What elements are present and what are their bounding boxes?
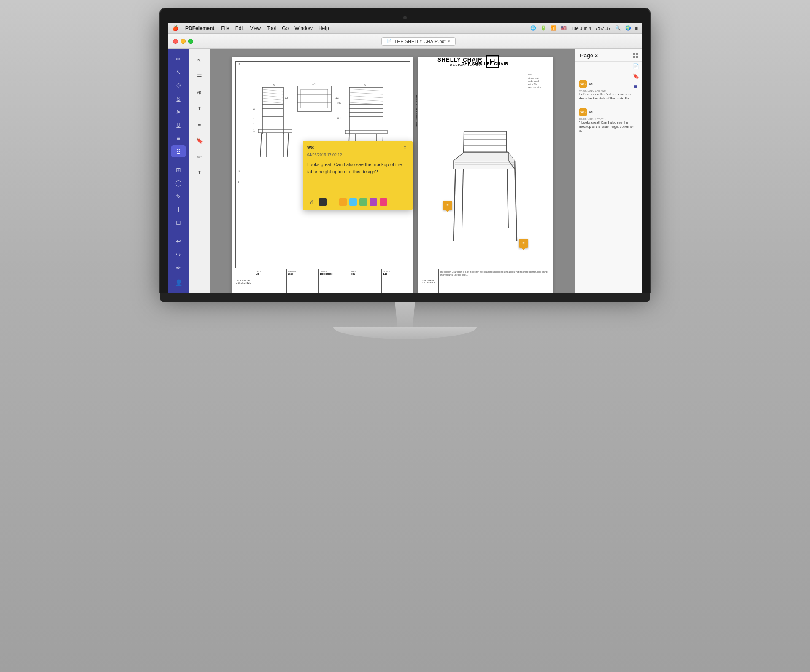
markup-icon <box>175 148 182 155</box>
camera-dot <box>403 16 407 19</box>
menu-view[interactable]: View <box>250 25 261 31</box>
svg-rect-43 <box>297 86 331 111</box>
redo-tool[interactable]: ↪ <box>171 249 186 260</box>
left-toolbar: ✏ ↖ ◎ S ➤ U ≡ ⊞ ◯ <box>168 49 189 293</box>
sticky-date: 04/06/2019 17:02:12 <box>303 153 413 159</box>
footer-size: SIZE A1 <box>255 269 287 293</box>
user-tool[interactable]: 👤 <box>171 277 186 288</box>
menubar-items: File Edit View Tool Go Window Help <box>221 25 329 31</box>
wifi-icon: 📶 <box>551 25 556 31</box>
fullscreen-button[interactable] <box>188 39 193 44</box>
screen-top-bar <box>168 16 642 19</box>
close-button[interactable] <box>173 39 178 44</box>
footer-scale-val: 1:25 <box>383 273 412 275</box>
tab-chevron-icon[interactable]: ▾ <box>448 39 450 43</box>
grid-icon <box>633 52 639 58</box>
footer-rev: REV 001 <box>350 269 382 293</box>
color-orange[interactable] <box>339 198 347 206</box>
svg-text:14: 14 <box>312 82 316 85</box>
comment-pin-2[interactable]: ≡ <box>519 239 528 248</box>
color-blue[interactable] <box>349 198 357 206</box>
sticky-close-button[interactable]: × <box>402 144 408 151</box>
tab-pdf-icon: 📄 <box>387 39 392 43</box>
screen-bezel: 🍎 PDFelement File Edit View Tool Go Wind… <box>160 8 650 293</box>
comment-text-2: " Looks great! Can I also see the mockup… <box>579 121 638 134</box>
svg-rect-65 <box>633 53 635 55</box>
separator-2 <box>172 232 185 232</box>
sec-zoom[interactable]: ⊕ <box>192 85 207 99</box>
menu-icon[interactable]: ≡ <box>635 26 638 31</box>
arrow-tool[interactable]: ➤ <box>171 106 186 117</box>
svg-rect-68 <box>636 56 638 58</box>
markup-tool[interactable] <box>171 145 186 157</box>
underline-tool[interactable]: U <box>171 119 186 131</box>
monitor: 🍎 PDFelement File Edit View Tool Go Wind… <box>152 8 658 339</box>
comment-list-tool[interactable]: ≡ <box>171 132 186 144</box>
minimize-button[interactable] <box>181 39 186 44</box>
svg-rect-44 <box>301 89 328 108</box>
comment-tool[interactable]: ✎ <box>171 191 186 202</box>
battery-icon: 🔋 <box>540 25 546 31</box>
monitor-bottom-bezel <box>160 293 650 302</box>
page-subtitle: DESIGN REVIEW <box>437 63 483 67</box>
cursor-tool[interactable]: ↖ <box>171 66 186 78</box>
signature-tool[interactable]: ✒ <box>171 262 186 273</box>
panel-bookmark-icon[interactable]: 🔖 <box>631 72 640 81</box>
measure-tool[interactable]: ⊟ <box>171 217 186 228</box>
network-icon: 🌐 <box>530 25 536 31</box>
active-tab[interactable]: 📄 THE SHELLY CHAIR.pdf ▾ <box>381 37 456 46</box>
sec-list[interactable]: ≡ <box>192 117 207 132</box>
textbox-tool[interactable]: ⊞ <box>171 164 186 175</box>
sticky-header: WS × <box>303 141 413 153</box>
bottom-view: 12 14 12 <box>236 61 410 144</box>
svg-rect-67 <box>633 56 635 58</box>
menu-edit[interactable]: Edit <box>235 25 244 31</box>
sec-cursor[interactable]: ↖ <box>192 53 207 67</box>
search-icon[interactable]: 🔍 <box>615 25 621 31</box>
strikethrough-tool[interactable]: S <box>171 93 186 104</box>
pdf-page-right: THE SHELLEY CHAIR <box>418 57 553 293</box>
comment-pin-1[interactable]: ≡ <box>443 201 452 210</box>
avatar-initials-2: WS <box>580 110 585 113</box>
undo-tool[interactable]: ↩ <box>171 236 186 247</box>
sticky-note-popup: WS × 04/06/2019 17:02:12 Looks great! Ca… <box>303 141 413 210</box>
dim-14: 14 <box>238 170 240 172</box>
menu-window[interactable]: Window <box>294 25 313 31</box>
menu-go[interactable]: Go <box>282 25 289 31</box>
color-green[interactable] <box>359 198 367 206</box>
comment-avatar-1: WS <box>579 80 587 88</box>
footer-dwg: DWG N° 19090321054 <box>319 269 350 293</box>
sticky-print-icon[interactable]: 🖨 <box>307 197 316 207</box>
text-tool[interactable]: T <box>171 204 186 215</box>
panel-add-icon[interactable]: 📄 <box>631 62 640 71</box>
color-pink[interactable] <box>380 198 387 206</box>
panel-lines-icon[interactable]: ≡ <box>631 82 640 91</box>
tab-bar: 📄 THE SHELLY CHAIR.pdf ▾ <box>200 37 637 46</box>
shapes-tool[interactable]: ◯ <box>171 177 186 189</box>
footer-scale: SCALE 1:25 <box>382 269 413 293</box>
sec-select-text[interactable]: T <box>192 101 207 116</box>
grid-view-icon[interactable] <box>631 51 640 60</box>
footer-size-val: A1 <box>256 273 285 275</box>
perspective-view <box>422 70 548 268</box>
comment-date-2: 04/06/2019 17:55:19 <box>579 118 638 121</box>
sec-edit[interactable]: ✏ <box>192 149 207 164</box>
menu-file[interactable]: File <box>221 25 229 31</box>
svg-text:12: 12 <box>335 96 339 99</box>
sec-textadd[interactable]: T <box>192 165 207 180</box>
color-yellow[interactable] <box>329 198 337 206</box>
color-purple[interactable] <box>370 198 377 206</box>
pencil-tool[interactable]: ✏ <box>171 53 186 65</box>
footer-company-right: COLOMBIA COLLECTIVE <box>418 269 439 293</box>
svg-line-52 <box>454 161 456 241</box>
stamp-tool[interactable]: ◎ <box>171 80 186 91</box>
apple-menu[interactable]: 🍎 <box>172 25 178 31</box>
sec-hand[interactable]: ☰ <box>192 69 207 83</box>
menu-tool[interactable]: Tool <box>267 25 276 31</box>
footer-dwg-val: 19090321054 <box>320 273 348 275</box>
avatar-initials-1: WS <box>580 83 585 86</box>
color-black[interactable] <box>319 198 327 206</box>
sec-bookmark[interactable]: 🔖 <box>192 133 207 148</box>
flag-icon: 🇺🇸 <box>561 25 567 31</box>
menu-help[interactable]: Help <box>319 25 329 31</box>
